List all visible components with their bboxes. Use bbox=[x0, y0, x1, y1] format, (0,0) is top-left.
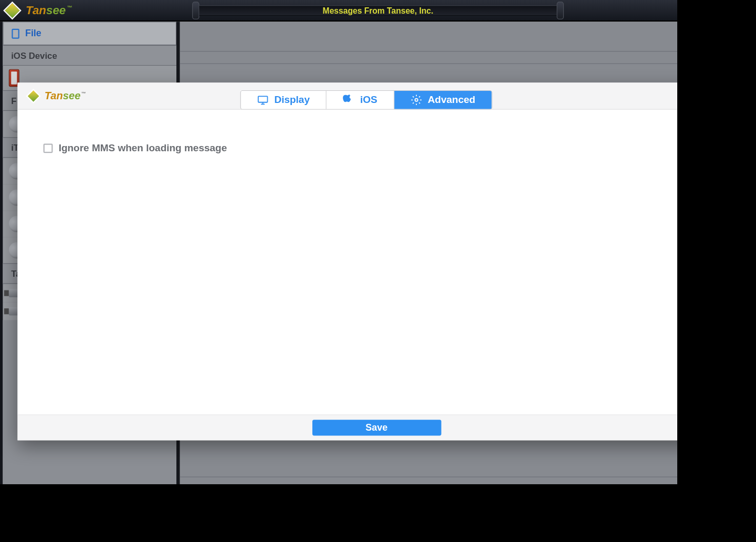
logo-icon bbox=[3, 1, 22, 19]
divider bbox=[180, 477, 677, 477]
settings-dialog: Tansee™ Display iOS Advanced x Ignore MM… bbox=[17, 82, 677, 440]
tab-ios-label: iOS bbox=[360, 94, 377, 106]
tab-advanced-label: Advanced bbox=[428, 94, 476, 106]
apple-icon bbox=[343, 95, 354, 106]
display-icon bbox=[257, 95, 268, 106]
brand-tan: Tan bbox=[26, 4, 46, 17]
brand-see: see bbox=[63, 90, 81, 101]
dialog-brand: Tansee™ bbox=[45, 90, 86, 102]
section-ios-device: iOS Device bbox=[3, 45, 176, 66]
brand-see: see bbox=[46, 4, 66, 17]
svg-point-10 bbox=[415, 99, 417, 101]
title-handle-left bbox=[192, 2, 199, 19]
brand-tan: Tan bbox=[45, 90, 63, 101]
checkbox-label: Ignore MMS when loading message bbox=[59, 142, 227, 154]
brand-tm: ™ bbox=[67, 5, 72, 11]
divider bbox=[180, 64, 677, 64]
dialog-body: Ignore MMS when loading message bbox=[17, 110, 677, 414]
gear-icon bbox=[411, 95, 422, 106]
logo-icon bbox=[26, 88, 40, 103]
file-icon bbox=[12, 28, 19, 38]
divider bbox=[180, 51, 677, 51]
option-ignore-mms[interactable]: Ignore MMS when loading message bbox=[44, 142, 677, 154]
dialog-header: Tansee™ Display iOS Advanced x bbox=[17, 82, 677, 109]
title-handle-right bbox=[556, 2, 563, 19]
svg-rect-9 bbox=[258, 96, 268, 102]
title-center: Messages From Tansee, Inc. bbox=[192, 2, 564, 19]
tab-advanced[interactable]: Advanced bbox=[394, 91, 492, 109]
title-track: Messages From Tansee, Inc. bbox=[200, 5, 557, 15]
tab-display-label: Display bbox=[274, 94, 310, 106]
tab-display[interactable]: Display bbox=[241, 91, 327, 109]
tab-strip: Display iOS Advanced bbox=[240, 90, 492, 110]
dialog-footer: Save bbox=[17, 414, 677, 440]
dialog-save-button[interactable]: Save bbox=[312, 420, 441, 435]
file-label: File bbox=[25, 28, 41, 39]
tab-ios[interactable]: iOS bbox=[327, 91, 394, 109]
dialog-logo: Tansee™ bbox=[22, 90, 86, 102]
brand-text: Tansee™ bbox=[26, 4, 72, 17]
title-bar: Tansee™ Messages From Tansee, Inc. bbox=[0, 0, 677, 22]
checkbox[interactable] bbox=[44, 143, 53, 153]
window-title: Messages From Tansee, Inc. bbox=[323, 6, 434, 15]
sidebar-item-file[interactable]: File bbox=[3, 22, 176, 45]
brand-tm: ™ bbox=[81, 91, 86, 96]
